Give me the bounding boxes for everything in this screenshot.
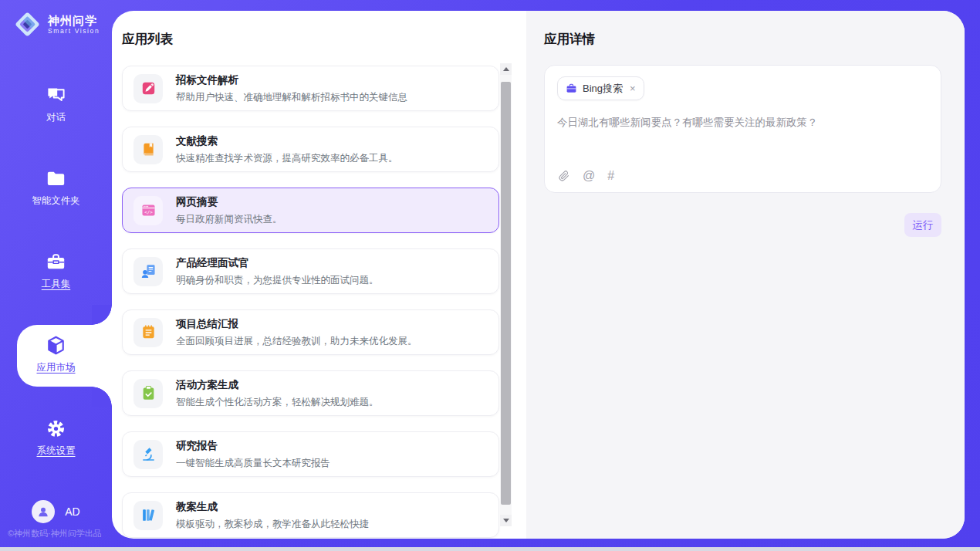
app-list: 招标文件解析 帮助用户快速、准确地理解和解析招标书中的关键信息 文献搜索 快速精… [122,66,499,539]
app-description: 快速精准查找学术资源，提高研究效率的必备工具。 [176,152,398,165]
app-name: 产品经理面试官 [176,256,379,270]
chat-icon [46,85,66,106]
sidebar-item-label: 智能文件夹 [32,194,80,208]
app-name: 教案生成 [176,500,369,514]
scroll-up-button[interactable] [500,63,512,75]
app-description: 模板驱动，教案秒成，教学准备从此轻松快捷 [176,518,369,531]
scroll-up-icon [503,67,509,71]
sidebar-item-label: 系统设置 [37,445,76,458]
diamond-logo-icon [13,10,42,39]
main-panel: 应用列表 招标文件解析 帮助用户快速、准确地理解和解析招标书中的关键信息 文献搜… [112,11,965,539]
sidebar-item-label: 对话 [46,111,66,124]
person-icon [35,504,51,519]
app-description: 智能生成个性化活动方案，轻松解决规划难题。 [176,396,379,409]
query-input[interactable]: 今日湖北有哪些新闻要点？有哪些需要关注的最新政策？ [557,115,928,130]
sidebar-item-工具集[interactable]: 工具集 [0,229,112,313]
sidebar-item-应用市场[interactable]: 应用市场 [0,313,112,396]
folder-icon [46,168,66,189]
microscope-icon [133,440,163,469]
books-icon [133,501,163,530]
app-detail-title: 应用详情 [544,31,941,48]
attachment-icon[interactable] [558,170,570,182]
app-card[interactable]: 教案生成 模板驱动，教案秒成，教学准备从此轻松快捷 [122,492,499,538]
mention-icon[interactable]: @ [583,170,595,182]
app-card[interactable]: 招标文件解析 帮助用户快速、准确地理解和解析招标书中的关键信息 [122,66,499,111]
tool-tag-bing-search[interactable]: Bing搜索 × [557,76,644,100]
user-row[interactable]: AD [0,500,112,523]
sidebar-nav: 对话 智能文件夹 工具集 应用市场 系统设置 [0,63,112,479]
sidebar-item-label: 应用市场 [37,361,76,374]
scroll-down-button[interactable] [500,515,512,526]
clipboard-check-icon [133,379,163,408]
app-description: 全面回顾项目进展，总结经验教训，助力未来优化发展。 [176,335,417,348]
app-name: 招标文件解析 [176,73,407,87]
tag-close-icon[interactable]: × [630,83,636,94]
prompt-card: Bing搜索 × 今日湖北有哪些新闻要点？有哪些需要关注的最新政策？ @ # [544,65,941,193]
tool-tag-label: Bing搜索 [583,82,623,96]
sidebar-item-label: 工具集 [42,278,71,291]
gear-icon [46,418,66,439]
app-description: 明确身份和职责，为您提供专业性的面试问题。 [176,274,379,287]
app-description: 一键智能生成高质量长文本研究报告 [176,457,330,470]
sidebar-item-系统设置[interactable]: 系统设置 [0,396,112,479]
sidebar: 神州问学 Smart Vision 对话 智能文件夹 工具集 应用市场 系统设置… [0,0,112,547]
app-card[interactable]: 产品经理面试官 明确身份和职责，为您提供专业性的面试问题。 [122,248,499,294]
scroll-down-icon [503,519,509,522]
composer-toolbar: @ # [558,170,614,182]
app-list-scrollbar[interactable] [500,63,512,526]
brand-title: 神州问学 [48,14,100,27]
brand-subtitle: Smart Vision [48,27,100,35]
avatar[interactable] [32,500,55,523]
app-name: 文献搜索 [176,134,398,148]
interviewer-icon [133,257,163,286]
pen-square-icon [133,74,163,103]
app-name: 活动方案生成 [176,378,379,392]
app-card[interactable]: 网页摘要 每日政府新闻资讯快查。 [122,188,499,233]
browser-code-icon [133,196,163,225]
brand: 神州问学 Smart Vision [13,10,100,39]
hash-icon[interactable]: # [607,170,614,182]
toolbox-icon [46,252,66,272]
app-list-section: 应用列表 招标文件解析 帮助用户快速、准确地理解和解析招标书中的关键信息 文献搜… [112,11,526,539]
app-card[interactable]: 项目总结汇报 全面回顾项目进展，总结经验教训，助力未来优化发展。 [122,309,499,355]
briefcase-icon [566,83,577,94]
notepad-icon [133,318,163,347]
cube-icon [46,335,66,356]
app-detail-section: 应用详情 Bing搜索 × 今日湖北有哪些新闻要点？有哪些需要关注的最新政策？ … [526,11,965,539]
app-card[interactable]: 文献搜索 快速精准查找学术资源，提高研究效率的必备工具。 [122,127,499,172]
sidebar-item-智能文件夹[interactable]: 智能文件夹 [0,146,112,229]
run-button[interactable]: 运行 [904,213,941,237]
app-name: 研究报告 [176,439,330,453]
scrollbar-thumb[interactable] [501,82,511,505]
app-card[interactable]: 活动方案生成 智能生成个性化活动方案，轻松解决规划难题。 [122,370,499,416]
app-name: 项目总结汇报 [176,317,417,331]
copyright-text: ©神州数码·神州问学出品 [8,528,102,539]
book-icon [133,135,163,164]
sidebar-item-对话[interactable]: 对话 [0,63,112,146]
user-name: AD [65,505,79,518]
app-name: 网页摘要 [176,195,282,209]
app-card[interactable]: 研究报告 一键智能生成高质量长文本研究报告 [122,431,499,477]
app-description: 帮助用户快速、准确地理解和解析招标书中的关键信息 [176,91,407,104]
app-list-title: 应用列表 [122,31,173,48]
app-description: 每日政府新闻资讯快查。 [176,213,282,226]
